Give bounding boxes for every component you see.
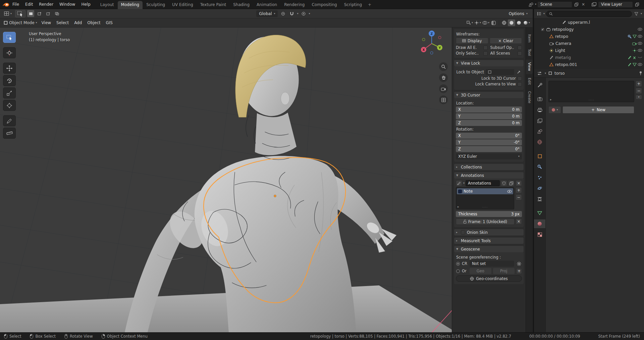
viewport-menu-view[interactable]: View [39,18,54,27]
gizmo-x-negative[interactable] [438,36,441,39]
crs-radio-icon[interactable] [456,262,460,266]
cursor-rotation-z[interactable]: Z0° [456,146,522,152]
tool-annotate[interactable] [3,115,16,126]
onion-skin-checkbox[interactable] [461,230,465,234]
armature-data-icon[interactable] [628,63,632,67]
tool-measure[interactable] [3,128,16,139]
panel-header-onion-skin[interactable]: ▸Onion Skin [454,229,524,235]
workspace-tab-shading[interactable]: Shading [230,1,253,9]
modifier-wrench-icon[interactable] [628,35,632,39]
outliner-row-retopology[interactable]: ✓ retopology [534,26,644,33]
tool-3d-cursor[interactable] [3,47,16,58]
shading-wireframe-button[interactable] [500,19,508,26]
mode-dropdown[interactable]: Object Mode▾ [2,19,39,26]
outliner-editor-icon[interactable] [536,11,542,17]
viewport-menu-object[interactable]: Object [85,18,103,27]
collection-checkbox[interactable]: ✓ [541,27,545,31]
object-type-visibility-button[interactable]: ▾ [466,19,474,26]
panel-header-view-lock[interactable]: ▼View Lock [454,60,524,66]
annotation-name-field[interactable]: Annotations [466,180,500,186]
workspace-tab-scripting[interactable]: Scripting [341,1,365,9]
subsurf-toggle[interactable]: Subsurf Op.. [490,45,522,50]
gizmos-toggle-button[interactable]: ▾ [474,19,482,26]
mesh-data-icon[interactable] [633,63,637,66]
fake-user-button[interactable] [501,180,507,186]
add-layer-button[interactable]: + [516,187,522,193]
lock-object-field[interactable] [486,69,514,75]
workspace-tab-texture-paint[interactable]: Texture Paint [197,1,229,9]
tab-physics[interactable] [534,184,545,193]
menu-window[interactable]: Window [56,0,78,9]
tool-scale[interactable] [3,87,16,98]
geo-coordinates-button[interactable]: Geo-coordinates [456,275,522,282]
remove-material-slot-button[interactable]: − [636,88,642,94]
viewport-menu-select[interactable]: Select [54,18,71,27]
panel-header-annotations[interactable]: ▼Annotations [454,172,524,179]
select-mode-extend-button[interactable] [36,10,43,17]
shading-rendered-button[interactable]: ▾ [523,19,531,26]
wireframes-clear-button[interactable]: ×Clear [490,38,522,44]
outliner-row-retopo[interactable]: retopo [534,33,644,40]
eye-icon[interactable] [638,42,642,45]
eyedropper-icon[interactable] [516,69,522,75]
tab-object[interactable] [534,152,545,160]
tool-select-box[interactable] [3,32,16,43]
panel-header-collections[interactable]: ▸Collections [454,164,524,170]
draw-all-edges-toggle[interactable]: Draw All E. [456,45,488,50]
sidebar-tab-edit[interactable]: Edit [526,75,533,87]
overlays-toggle-button[interactable]: ▾ [482,19,490,26]
shading-solid-button[interactable] [508,19,515,26]
outliner-item-label[interactable]: metarig [555,55,571,60]
geo-button[interactable]: Geo [470,268,491,274]
origin-radio-icon[interactable] [456,269,460,273]
view-layer-icon[interactable] [591,1,597,7]
options-dropdown[interactable]: Options▾ [506,10,530,17]
xray-toggle-button[interactable] [490,19,497,26]
outliner-row-light[interactable]: Light [534,47,644,54]
menu-render[interactable]: Render [36,0,56,9]
wireframes-display-button[interactable]: Display [456,38,488,44]
filter-funnel-icon[interactable] [633,11,639,17]
checkbox[interactable] [483,51,488,56]
outliner-row-upperarm[interactable]: upperarm.l [534,19,644,26]
properties-editor-icon[interactable] [536,70,542,76]
unlink-button[interactable]: × [516,180,522,186]
outliner-row-retopo-001[interactable]: retopo.001 [534,61,644,68]
outliner-item-label[interactable]: retopo [555,34,568,39]
tool-transform[interactable] [3,100,16,111]
annotation-layer-list[interactable]: Note ▸ ···· [456,187,514,209]
layer-color-swatch[interactable] [458,190,462,193]
camera-view-button[interactable] [439,84,448,93]
viewport-menu-add[interactable]: Add [71,18,85,27]
sidebar-tab-item[interactable]: Item [526,31,533,45]
tool-move[interactable] [3,63,16,74]
tab-particles[interactable] [534,173,545,182]
tab-scene[interactable] [534,127,545,136]
scene-name-field[interactable]: Scene [537,1,572,8]
remove-layer-button[interactable]: − [516,194,522,200]
cursor-location-z[interactable]: Z0 m [456,120,522,126]
tab-render[interactable] [534,95,545,104]
outliner-item-label[interactable]: Light [555,48,565,53]
list-resize-grip[interactable]: ···· [589,98,594,102]
workspace-tab-modeling[interactable]: Modeling [118,1,143,9]
outliner-row-camera[interactable]: Camera [534,40,644,47]
tool-rotate[interactable] [3,75,16,86]
lock-3d-cursor-checkbox[interactable] [518,76,522,81]
gizmo-y-negative[interactable] [422,38,425,41]
proj-button[interactable]: Proj [493,268,515,274]
list-expand-icon[interactable]: ▸ [458,205,459,208]
navigation-gizmo[interactable]: Z X Y [418,29,445,56]
checkbox[interactable] [518,51,522,56]
snap-magnet-icon[interactable] [288,10,295,17]
eye-icon[interactable] [638,35,642,38]
viewport-menu-gis[interactable]: GIS [103,18,115,27]
outliner-item-label[interactable]: retopology [552,27,574,32]
zoom-button[interactable] [439,62,448,71]
tab-modifiers[interactable] [534,162,545,171]
gizmo-z-negative[interactable] [430,52,433,54]
workspace-tab-rendering[interactable]: Rendering [281,1,308,9]
sidebar-tab-tool[interactable]: Tool [526,46,533,59]
shading-material-button[interactable] [515,19,523,26]
eye-icon[interactable] [638,28,642,31]
